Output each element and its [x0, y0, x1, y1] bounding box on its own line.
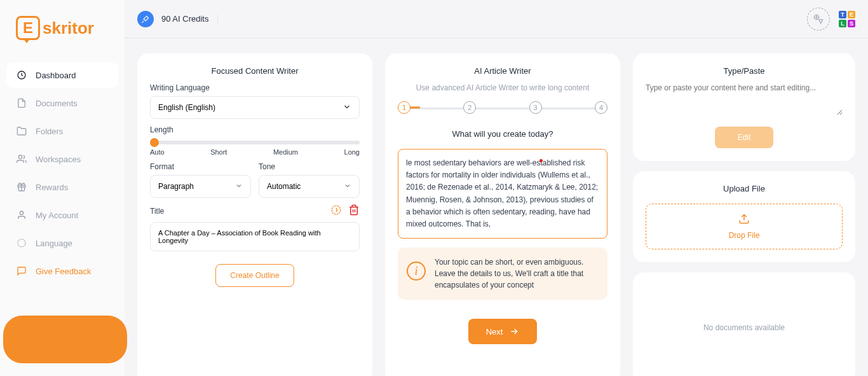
card-subtitle: Use advanced AI Article Writer to write …	[398, 83, 607, 92]
sidebar: E skritor Dashboard Documents Folders W	[0, 0, 125, 376]
sidebar-item-language[interactable]: Language	[6, 230, 118, 256]
topbar: 90 AI Credits T E L S	[125, 0, 868, 38]
empty-text: No documents available	[646, 285, 843, 370]
create-outline-button[interactable]: Create Outline	[215, 264, 294, 287]
sidebar-item-rewards[interactable]: Rewards	[6, 174, 118, 200]
step-1[interactable]: 1	[398, 101, 410, 114]
next-button[interactable]: Next	[468, 319, 538, 344]
card-title: AI Article Writer	[398, 66, 607, 76]
chevron-down-icon	[235, 182, 243, 191]
type-paste-card: Type/Paste Edit	[633, 53, 855, 161]
logo-icon: E	[16, 16, 40, 40]
svg-point-3	[20, 211, 23, 214]
next-label: Next	[486, 327, 503, 337]
content: Focused Content Writer Writing Language …	[125, 38, 868, 376]
upload-card: Upload File Drop File	[633, 171, 855, 262]
bottom-pill[interactable]	[3, 316, 127, 363]
drop-text: Drop File	[655, 231, 833, 240]
select-value: Paragraph	[158, 182, 194, 191]
tone-label: Tone	[259, 162, 360, 171]
gift-icon	[17, 182, 27, 192]
regenerate-icon[interactable]	[330, 204, 342, 218]
article-writer-card: AI Article Writer Use advanced AI Articl…	[385, 53, 620, 376]
slider-labels: Auto Short Medium Long	[150, 148, 360, 156]
title-input[interactable]: A Chapter a Day – Association of Book Re…	[150, 222, 360, 251]
logo-text: skritor	[43, 18, 94, 38]
lang-label: Writing Language	[150, 83, 360, 92]
credits-text: 90 AI Credits	[161, 14, 218, 24]
svg-point-6	[332, 205, 341, 214]
select-value: Automatic	[267, 182, 301, 191]
sidebar-item-label: Rewards	[36, 183, 68, 192]
title-label: Title	[150, 207, 164, 216]
right-column: Type/Paste Edit Upload File Drop File No…	[633, 53, 855, 376]
length-slider[interactable]	[150, 141, 360, 144]
sidebar-item-folders[interactable]: Folders	[6, 118, 118, 144]
question: What will you create today?	[398, 129, 607, 139]
lang-select[interactable]: English (English)	[150, 96, 360, 119]
step-3[interactable]: 3	[529, 101, 542, 114]
document-icon	[17, 98, 27, 108]
chevron-down-icon	[344, 182, 351, 191]
arrow-right-icon	[509, 326, 519, 337]
credits-badge[interactable]: 90 AI Credits	[137, 11, 218, 27]
card-title: Upload File	[646, 184, 843, 193]
card-title: Focused Content Writer	[150, 66, 360, 76]
sidebar-item-account[interactable]: My Account	[6, 202, 118, 228]
nav-menu: Dashboard Documents Folders Workspaces R…	[0, 56, 125, 293]
card-title: Type/Paste	[646, 66, 843, 76]
svg-point-1	[18, 155, 22, 158]
user-icon	[17, 210, 27, 220]
app-tile: E	[848, 11, 855, 18]
apps-button[interactable]: T E L S	[839, 11, 855, 27]
step-2[interactable]: 2	[463, 101, 476, 114]
sidebar-item-documents[interactable]: Documents	[6, 90, 118, 116]
slider-label: Short	[210, 148, 227, 156]
app-tile: T	[839, 11, 846, 18]
chevron-down-icon	[342, 102, 351, 113]
sidebar-item-dashboard[interactable]: Dashboard	[6, 62, 118, 88]
topbar-right: T E L S	[807, 8, 855, 31]
format-select[interactable]: Paragraph	[150, 175, 251, 198]
feedback-icon	[17, 266, 27, 276]
format-label: Format	[150, 162, 251, 171]
drop-zone[interactable]: Drop File	[646, 204, 843, 249]
slider-label: Long	[344, 148, 360, 156]
delete-icon[interactable]	[348, 204, 360, 218]
info-text: Your topic can be short, or even ambiguo…	[435, 256, 599, 291]
folder-icon	[17, 126, 27, 136]
app-tile: L	[839, 20, 846, 27]
workspace-icon	[17, 154, 27, 164]
slider-thumb[interactable]	[150, 138, 159, 147]
paste-textarea[interactable]	[646, 83, 843, 115]
documents-card: No documents available	[633, 272, 855, 376]
logo[interactable]: E skritor	[0, 10, 125, 56]
info-icon: i	[407, 261, 426, 281]
stepper: 1 2 3 4	[398, 101, 607, 114]
sidebar-item-label: Dashboard	[36, 71, 76, 80]
dashboard-icon	[17, 70, 27, 80]
magic-icon	[137, 11, 154, 27]
step-4[interactable]: 4	[595, 101, 607, 114]
sidebar-item-workspaces[interactable]: Workspaces	[6, 146, 118, 172]
upload-icon	[738, 213, 750, 225]
edit-button[interactable]: Edit	[715, 127, 774, 148]
app-tile: S	[848, 20, 855, 27]
title-value: A Chapter a Day – Association of Book Re…	[158, 229, 321, 244]
sidebar-item-label: Give Feedback	[36, 267, 91, 276]
sidebar-item-label: Language	[36, 239, 72, 248]
slider-label: Medium	[273, 148, 298, 156]
sidebar-item-feedback[interactable]: Give Feedback	[6, 258, 118, 284]
focused-writer-card: Focused Content Writer Writing Language …	[137, 53, 372, 376]
select-value: English (English)	[158, 103, 215, 112]
sidebar-item-label: My Account	[36, 211, 78, 220]
topic-input[interactable]: le most sedentary behaviors are well-est…	[398, 149, 607, 239]
main: 90 AI Credits T E L S Focused Content Wr…	[125, 0, 868, 376]
slider-label: Auto	[150, 148, 165, 156]
sidebar-item-label: Documents	[36, 99, 78, 108]
tone-select[interactable]: Automatic	[259, 175, 360, 198]
translate-button[interactable]	[807, 8, 830, 31]
svg-point-4	[18, 239, 25, 247]
info-box: i Your topic can be short, or even ambig…	[398, 247, 607, 300]
cursor-dot	[539, 159, 543, 162]
